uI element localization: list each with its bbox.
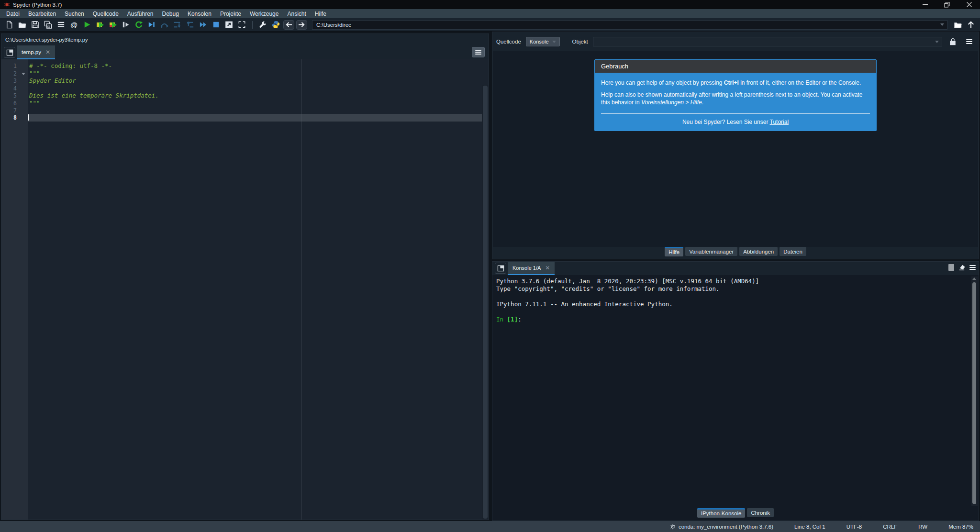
- forward-icon[interactable]: [296, 20, 307, 30]
- console-options-button[interactable]: [969, 265, 976, 270]
- tab-temp-py[interactable]: temp.py ✕: [17, 45, 55, 59]
- code-line: 7: [1, 107, 489, 114]
- tab-close-icon[interactable]: ✕: [545, 265, 550, 271]
- tab-hilfe[interactable]: Hilfe: [665, 247, 683, 256]
- menu-quellcode[interactable]: Quellcode: [89, 11, 123, 17]
- restore-button[interactable]: [936, 0, 958, 9]
- tab-variablenmanager[interactable]: Variablenmanager: [685, 247, 737, 256]
- line-number[interactable]: 1: [1, 62, 28, 70]
- lock-icon[interactable]: [947, 37, 958, 46]
- menu-konsolen[interactable]: Konsolen: [183, 11, 216, 17]
- browse-directory-icon[interactable]: [951, 19, 964, 31]
- debug-icon[interactable]: [145, 19, 158, 31]
- scroll-up-arrow-icon[interactable]: [972, 277, 976, 280]
- menu-datei[interactable]: Datei: [2, 11, 24, 17]
- run-cell-icon[interactable]: [93, 19, 106, 31]
- console-pane-tabs: IPython-Konsole Chronik: [492, 508, 979, 520]
- line-number[interactable]: 5: [1, 92, 28, 100]
- clear-console-icon[interactable]: [958, 264, 966, 271]
- console-scrollbar[interactable]: [971, 277, 978, 506]
- menu-bearbeiten[interactable]: Bearbeiten: [24, 11, 60, 17]
- status-bar: conda: my_environment (Python 3.7.6) Lin…: [0, 521, 980, 532]
- usage-paragraph-1: Here you can get help of any object by p…: [601, 79, 870, 87]
- source-combobox[interactable]: Konsole: [526, 37, 560, 46]
- usage-body: Here you can get help of any object by p…: [595, 73, 876, 131]
- continue-icon[interactable]: [197, 19, 210, 31]
- maximize-pane-icon[interactable]: [223, 19, 235, 31]
- usage-title: Gebrauch: [595, 60, 876, 73]
- back-icon[interactable]: [283, 20, 294, 30]
- working-directory-combobox[interactable]: [312, 20, 947, 30]
- usage-paragraph-2: Help can also be shown automatically aft…: [601, 91, 870, 106]
- tab-ipython-konsole[interactable]: IPython-Konsole: [697, 508, 745, 518]
- stop-debug-icon[interactable]: [210, 19, 223, 31]
- editor-scrollbar-thumb[interactable]: [483, 86, 488, 519]
- run-cell-advance-icon[interactable]: [106, 19, 119, 31]
- menu-ansicht[interactable]: Ansicht: [283, 11, 310, 17]
- tutorial-link[interactable]: Tutorial: [770, 119, 789, 125]
- menu-bar: Datei Bearbeiten Suchen Quellcode Ausfüh…: [0, 9, 980, 18]
- tab-abbildungen[interactable]: Abbildungen: [739, 247, 778, 256]
- editor-options-button[interactable]: [472, 47, 485, 57]
- browse-tabs-icon[interactable]: [4, 47, 15, 58]
- chevron-down-icon[interactable]: [940, 23, 944, 26]
- close-button[interactable]: [958, 0, 980, 9]
- fold-arrow-icon[interactable]: [22, 73, 25, 75]
- tab-chronik[interactable]: Chronik: [747, 508, 774, 517]
- tab-konsole-1a[interactable]: Konsole 1/A ✕: [508, 262, 555, 275]
- line-number[interactable]: 6: [1, 100, 28, 107]
- run-icon[interactable]: [80, 19, 93, 31]
- tab-dateien[interactable]: Dateien: [780, 247, 806, 256]
- minimize-button[interactable]: [914, 0, 936, 9]
- help-options-button[interactable]: [963, 37, 975, 46]
- open-file-icon[interactable]: [16, 19, 29, 31]
- menu-suchen[interactable]: Suchen: [60, 11, 89, 17]
- line-number[interactable]: 8: [1, 114, 28, 122]
- spyder-logo-icon: [4, 1, 10, 8]
- save-icon[interactable]: [29, 19, 42, 31]
- menu-debug[interactable]: Debug: [158, 11, 183, 17]
- prompt-in: In: [496, 316, 507, 323]
- line-number[interactable]: 7: [1, 107, 28, 114]
- status-permissions: RW: [918, 524, 927, 530]
- working-directory-input[interactable]: [312, 22, 940, 28]
- line-number[interactable]: 3: [1, 77, 28, 85]
- browse-tabs-icon[interactable]: [495, 263, 506, 274]
- chevron-down-icon: [935, 41, 939, 43]
- code-line: 4: [1, 85, 489, 92]
- save-all-icon[interactable]: [42, 19, 55, 31]
- new-file-icon[interactable]: [3, 19, 16, 31]
- column-ruler: [301, 59, 301, 520]
- console-pane: Konsole 1/A ✕ Python 3.7.6 (default, Jan…: [492, 261, 979, 521]
- console-banner-line: IPython 7.11.1 -- An enhanced Interactiv…: [496, 300, 969, 308]
- line-number[interactable]: 4: [1, 85, 28, 92]
- menu-hilfe[interactable]: Hilfe: [311, 11, 331, 17]
- hamburger-icon: [966, 39, 972, 44]
- preferences-icon[interactable]: [256, 19, 269, 31]
- console-prompt[interactable]: In [1]:: [496, 316, 969, 323]
- console-header: Konsole 1/A ✕: [492, 262, 979, 275]
- interrupt-kernel-icon[interactable]: [948, 264, 954, 271]
- step-over-icon[interactable]: [158, 19, 171, 31]
- ctrl-i-shortcut: Ctrl+I: [724, 79, 739, 86]
- parent-directory-icon[interactable]: [964, 19, 977, 31]
- editor-scrollbar[interactable]: [482, 85, 489, 520]
- console-output-area[interactable]: Python 3.7.6 (default, Jan 8 2020, 20:23…: [496, 277, 969, 506]
- code-line: 3Spyder Editor: [1, 77, 489, 85]
- symbol-finder-icon[interactable]: @: [67, 19, 80, 31]
- menu-ausfuehren[interactable]: Ausführen: [123, 11, 158, 17]
- step-into-icon[interactable]: [171, 19, 184, 31]
- code-editor-area[interactable]: 1# -*- coding: utf-8 -*- 2""" 3Spyder Ed…: [1, 59, 489, 520]
- run-selection-icon[interactable]: [119, 19, 132, 31]
- console-scrollbar-thumb[interactable]: [972, 282, 976, 504]
- step-return-icon[interactable]: [184, 19, 197, 31]
- menu-werkzeuge[interactable]: Werkzeuge: [245, 11, 283, 17]
- line-number-gutter[interactable]: [1, 59, 28, 520]
- rerun-cell-icon[interactable]: [132, 19, 145, 31]
- file-switcher-icon[interactable]: [55, 19, 67, 31]
- fullscreen-icon[interactable]: [235, 19, 248, 31]
- menu-projekte[interactable]: Projekte: [216, 11, 245, 17]
- object-combobox[interactable]: [593, 37, 942, 46]
- python-path-icon[interactable]: [269, 19, 282, 31]
- tab-close-icon[interactable]: ✕: [45, 49, 50, 55]
